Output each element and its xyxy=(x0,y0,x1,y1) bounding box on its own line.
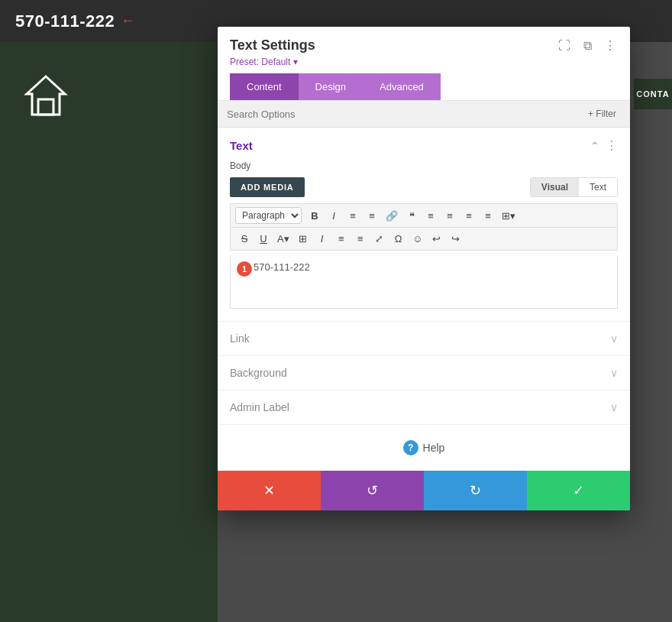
text-color-button[interactable]: A▾ xyxy=(273,231,293,247)
modal-footer: ✕ ↺ ↻ ✓ xyxy=(218,471,630,510)
admin-label-chevron: ∨ xyxy=(610,401,618,413)
house-icon xyxy=(15,65,76,126)
left-nav xyxy=(0,42,218,622)
bold-button[interactable]: B xyxy=(305,208,324,224)
modal-tabs: Content Design Advanced xyxy=(230,73,618,100)
emoji-button[interactable]: ☺ xyxy=(409,231,427,247)
text-section: Text ⌃ ⋮ Body ADD MEDIA Visual Text xyxy=(218,128,630,322)
tab-content[interactable]: Content xyxy=(230,73,299,100)
background-chevron: ∨ xyxy=(610,367,618,379)
fullscreen-icon[interactable]: ⛶ xyxy=(557,38,572,53)
editor-area: ADD MEDIA Visual Text Paragraph B I ≡ ≡ … xyxy=(218,177,630,321)
outdent-button[interactable]: ≡ xyxy=(351,231,370,247)
text-section-controls: ⌃ ⋮ xyxy=(590,138,618,153)
preset-selector[interactable]: Preset: Default ▾ xyxy=(230,57,618,67)
redo-editor-button[interactable]: ↪ xyxy=(447,231,465,247)
step-badge: 1 xyxy=(237,261,252,277)
help-icon: ? xyxy=(403,440,418,455)
tab-advanced[interactable]: Advanced xyxy=(363,73,441,100)
paragraph-select[interactable]: Paragraph xyxy=(235,207,302,224)
editor-content[interactable]: 1 570-111-222 xyxy=(230,255,618,309)
modal-body: Text ⌃ ⋮ Body ADD MEDIA Visual Text xyxy=(218,128,630,471)
arrow-annotation: ← xyxy=(121,13,134,29)
text-settings-modal: Text Settings ⛶ ⧉ ⋮ Preset: Default ▾ Co… xyxy=(218,27,630,510)
filter-button[interactable]: + Filter xyxy=(583,107,621,121)
media-insert-button[interactable]: ⊞ xyxy=(294,231,312,247)
underline-button[interactable]: U xyxy=(254,231,273,247)
blockquote-button[interactable]: ❝ xyxy=(402,208,421,224)
text-section-title: Text xyxy=(230,139,253,152)
admin-label-section-title: Admin Label xyxy=(230,401,289,413)
save-button[interactable]: ✓ xyxy=(527,471,630,510)
italic-button[interactable]: I xyxy=(325,208,343,224)
cancel-button[interactable]: ✕ xyxy=(218,471,321,510)
align-center-button[interactable]: ≡ xyxy=(441,208,459,224)
search-bar: + Filter xyxy=(218,101,630,128)
toolbar-row-2: S U A▾ ⊞ I ≡ ≡ ⤢ Ω ☺ ↩ ↪ xyxy=(230,228,618,251)
help-row: ? Help xyxy=(218,425,630,471)
svg-marker-0 xyxy=(27,76,65,115)
align-right-button[interactable]: ≡ xyxy=(460,208,478,224)
italic2-button[interactable]: I xyxy=(313,231,331,247)
text-section-dots[interactable]: ⋮ xyxy=(606,138,618,153)
help-text[interactable]: Help xyxy=(423,442,445,454)
text-section-chevron[interactable]: ⌃ xyxy=(590,140,599,152)
tab-design[interactable]: Design xyxy=(299,73,363,100)
text-section-header: Text ⌃ ⋮ xyxy=(218,128,630,160)
undo-button[interactable]: ↺ xyxy=(321,471,424,510)
more-options-icon[interactable]: ⋮ xyxy=(603,38,618,53)
undo-editor-button[interactable]: ↩ xyxy=(428,231,446,247)
background-section[interactable]: Background ∨ xyxy=(218,356,630,390)
modal-title: Text Settings xyxy=(230,37,315,53)
toolbar-row-1: Paragraph B I ≡ ≡ 🔗 ❝ ≡ ≡ ≡ ≡ ⊞▾ xyxy=(230,203,618,228)
columns-icon[interactable]: ⧉ xyxy=(580,38,595,53)
right-edge-label: CONTA xyxy=(634,79,672,109)
add-media-button[interactable]: ADD MEDIA xyxy=(230,177,305,197)
text-toggle-button[interactable]: Text xyxy=(579,178,617,196)
unordered-list-button[interactable]: ≡ xyxy=(344,208,362,224)
redo-button[interactable]: ↻ xyxy=(424,471,527,510)
admin-label-section[interactable]: Admin Label ∨ xyxy=(218,390,630,425)
link-section-title: Link xyxy=(230,332,250,345)
link-section[interactable]: Link ∨ xyxy=(218,322,630,356)
body-label: Body xyxy=(218,160,630,177)
svg-rect-1 xyxy=(38,99,53,115)
expand-button[interactable]: ⤢ xyxy=(370,231,389,247)
background-section-title: Background xyxy=(230,367,287,379)
modal-header: Text Settings ⛶ ⧉ ⋮ Preset: Default ▾ Co… xyxy=(218,27,630,101)
link-button[interactable]: 🔗 xyxy=(382,208,402,224)
editor-text: 570-111-222 xyxy=(254,261,310,273)
align-justify-button[interactable]: ≡ xyxy=(479,208,497,224)
search-input[interactable] xyxy=(227,109,583,120)
visual-toggle-button[interactable]: Visual xyxy=(531,178,579,196)
strikethrough-button[interactable]: S xyxy=(235,231,254,247)
special-chars-button[interactable]: Ω xyxy=(389,231,408,247)
align-left-button[interactable]: ≡ xyxy=(422,208,440,224)
phone-number: 570-111-222 xyxy=(15,11,115,31)
visual-text-toggle: Visual Text xyxy=(530,177,618,197)
link-chevron: ∨ xyxy=(610,332,618,345)
table-button[interactable]: ⊞▾ xyxy=(498,208,519,224)
modal-title-icons: ⛶ ⧉ ⋮ xyxy=(557,38,618,53)
indent-button[interactable]: ≡ xyxy=(332,231,351,247)
ordered-list-button[interactable]: ≡ xyxy=(363,208,381,224)
